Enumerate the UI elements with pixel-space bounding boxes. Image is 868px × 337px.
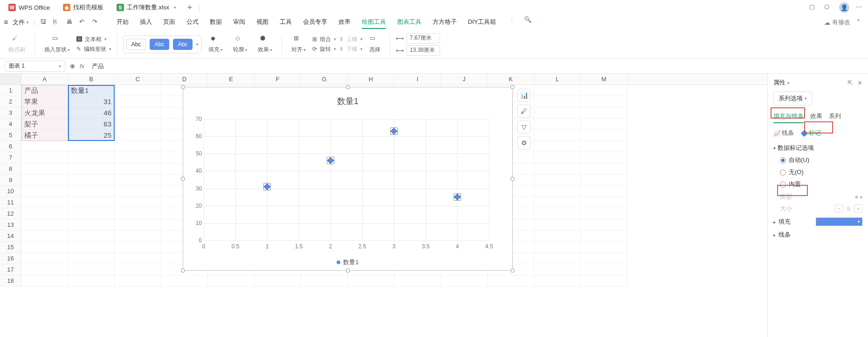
cell[interactable] [21, 219, 68, 231]
data-marker[interactable] [327, 157, 334, 164]
resize-handle[interactable] [181, 85, 185, 89]
cell[interactable] [534, 197, 581, 208]
text-box[interactable]: 🅰 文本框 ▾ [76, 35, 111, 43]
cell[interactable] [115, 186, 161, 197]
cell[interactable] [581, 264, 627, 275]
print-icon[interactable]: 🖶 [66, 18, 75, 27]
subtab-line[interactable]: 📈线条 [773, 129, 794, 137]
col-header[interactable]: E [208, 74, 255, 84]
cell[interactable] [534, 186, 581, 197]
cell[interactable] [115, 208, 161, 219]
row-header[interactable]: 1 [0, 85, 21, 96]
cell[interactable] [21, 208, 68, 219]
fill-section[interactable]: ▸填充 ▾ [773, 218, 862, 226]
edit-shape[interactable]: ✎ 编辑形状 ▾ [76, 45, 111, 53]
cell[interactable] [534, 264, 581, 275]
row-header[interactable]: 11 [0, 197, 21, 208]
cell[interactable] [115, 96, 161, 107]
chart-style-icon[interactable]: 🖊 [517, 105, 530, 118]
cell[interactable] [581, 175, 627, 186]
cell[interactable] [115, 107, 161, 119]
cell[interactable] [115, 163, 161, 175]
cell[interactable] [21, 197, 68, 208]
save-icon[interactable]: 🖫 [40, 18, 48, 27]
cell[interactable] [581, 208, 627, 219]
cell[interactable] [581, 107, 627, 119]
cell[interactable] [581, 96, 627, 107]
cell[interactable] [581, 163, 627, 175]
col-header[interactable]: A [21, 74, 68, 84]
width-row[interactable]: ⟷ 7.67厘米 [396, 33, 440, 43]
style-1[interactable]: Abc [126, 39, 146, 50]
cell[interactable] [68, 197, 115, 208]
cell[interactable] [21, 275, 68, 287]
resize-handle[interactable] [181, 177, 185, 181]
rotate-button[interactable]: ⟳ 旋转 ▾ [312, 45, 336, 53]
tab-data[interactable]: 数据 [210, 16, 222, 29]
row-header[interactable]: 14 [0, 231, 21, 242]
cell[interactable] [21, 152, 68, 163]
tab-member[interactable]: 会员专享 [303, 16, 327, 29]
col-header[interactable]: M [581, 74, 627, 84]
row-header[interactable]: 8 [0, 163, 21, 175]
redo-icon[interactable]: ↷ [92, 18, 101, 27]
tab-formula[interactable]: 公式 [186, 16, 199, 29]
marker-options-section[interactable]: ▾数据标记选项 [773, 144, 862, 152]
subtab-marker[interactable]: 🔷标记 [800, 129, 821, 137]
close-icon[interactable]: • [174, 4, 176, 11]
cell[interactable] [581, 85, 627, 96]
cell[interactable] [581, 231, 627, 242]
cell[interactable] [581, 152, 627, 163]
cell[interactable] [115, 152, 161, 163]
avatar[interactable]: 👤 [839, 2, 849, 13]
search-icon[interactable]: 🔍 [524, 16, 532, 24]
tab-start[interactable]: 开始 [117, 16, 129, 29]
close-panel-icon[interactable]: ✕ [857, 79, 862, 86]
cell[interactable] [534, 175, 581, 186]
row-header[interactable]: 16 [0, 253, 21, 264]
chart-legend[interactable]: 数量1 [183, 258, 512, 267]
col-header[interactable]: L [534, 74, 581, 84]
cell[interactable] [534, 96, 581, 107]
cell[interactable] [21, 253, 68, 264]
resize-handle[interactable] [510, 85, 515, 89]
more-icon[interactable]: ⋯ [856, 3, 864, 12]
cell[interactable] [115, 219, 161, 231]
col-header[interactable]: D [161, 74, 208, 84]
row-header[interactable]: 4 [0, 119, 21, 130]
radio-builtin[interactable]: 内置 [780, 180, 862, 189]
row-header[interactable]: 5 [0, 130, 21, 141]
row-header[interactable]: 6 [0, 141, 21, 152]
tab-diy[interactable]: DIY工具箱 [468, 16, 496, 29]
row-header[interactable]: 13 [0, 219, 21, 231]
cell[interactable] [115, 141, 161, 152]
radio-auto[interactable]: 自动(U) [780, 156, 862, 164]
cell[interactable] [581, 242, 627, 253]
tab-effect[interactable]: 效果 [810, 112, 822, 123]
cell[interactable] [68, 186, 115, 197]
cell[interactable] [21, 175, 68, 186]
cell[interactable] [115, 85, 161, 96]
cell[interactable] [394, 275, 441, 287]
add-tab-button[interactable]: + [185, 3, 195, 13]
chart-elements-icon[interactable]: 📊 [517, 89, 530, 102]
cell[interactable] [21, 163, 68, 175]
cell[interactable] [21, 242, 68, 253]
data-marker[interactable] [454, 194, 461, 200]
radio-none[interactable]: 无(O) [780, 168, 862, 176]
col-header[interactable]: B [68, 74, 115, 84]
fx-icon[interactable]: fx [80, 63, 84, 70]
cell[interactable] [68, 231, 115, 242]
resize-handle[interactable] [181, 268, 185, 273]
style-2[interactable]: Abc [150, 39, 169, 50]
cell[interactable] [534, 130, 581, 141]
tab-efficiency[interactable]: 效率 [338, 16, 351, 29]
cell[interactable] [255, 275, 301, 287]
chart-object[interactable]: 数量1 01020304050607000.511.522.533.544.5 … [183, 87, 513, 271]
cell[interactable] [581, 141, 627, 152]
chart-title[interactable]: 数量1 [183, 96, 512, 107]
row-header[interactable]: 12 [0, 208, 21, 219]
cell[interactable] [534, 253, 581, 264]
plot-area[interactable]: 01020304050607000.511.522.533.544.5 [204, 119, 489, 240]
cell[interactable] [534, 152, 581, 163]
